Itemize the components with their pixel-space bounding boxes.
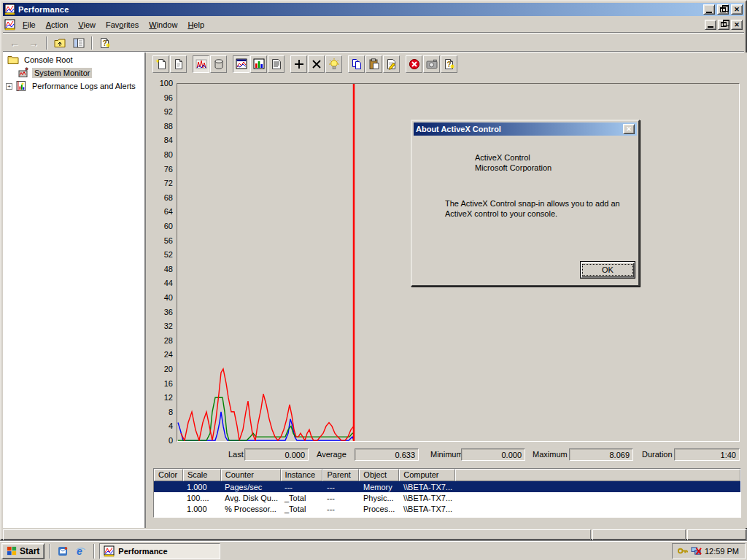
console-window-icon bbox=[4, 19, 16, 31]
tray-network-error-icon[interactable] bbox=[691, 545, 702, 556]
dialog-close-icon[interactable]: ✕ bbox=[623, 124, 635, 134]
svg-text:?: ? bbox=[446, 61, 451, 69]
legend-column-header-object[interactable]: Object bbox=[359, 469, 399, 481]
properties-button[interactable] bbox=[383, 55, 400, 73]
dialog-product-name: ActiveX Control bbox=[475, 153, 530, 162]
menu-help[interactable]: Help bbox=[182, 18, 209, 31]
windows-logo-icon bbox=[7, 545, 18, 556]
legend-cell-computer: \\BETA-TX7... bbox=[400, 505, 456, 513]
tree-item-label: Performance Logs and Alerts bbox=[30, 81, 138, 91]
legend-row[interactable]: 1.000Pages/sec------Memory\\BETA-TX7... bbox=[154, 481, 740, 492]
y-tick-label: 100 bbox=[151, 79, 173, 88]
y-tick-label: 68 bbox=[151, 193, 173, 202]
forward-button[interactable]: → bbox=[25, 35, 42, 51]
view-report-button[interactable] bbox=[268, 55, 285, 73]
maximum-value: 8.069 bbox=[569, 448, 633, 461]
y-tick-label: 80 bbox=[151, 150, 173, 159]
quick-launch-outlook-express-icon[interactable] bbox=[55, 543, 71, 559]
perfmon-task-icon bbox=[104, 545, 115, 557]
minimize-button[interactable] bbox=[703, 4, 715, 15]
tree-item-label: System Monitor bbox=[32, 68, 92, 78]
legend-cell-parent: --- bbox=[323, 494, 360, 502]
system-monitor-icon bbox=[18, 67, 29, 79]
dialog-description: The ActiveX Control snap-in allows you t… bbox=[445, 198, 629, 219]
up-one-level-button[interactable] bbox=[51, 35, 69, 51]
legend-row[interactable]: 1.000% Processor..._Total---Proces...\\B… bbox=[154, 503, 740, 514]
help-button[interactable]: ? bbox=[441, 55, 457, 73]
start-label: Start bbox=[20, 546, 39, 556]
duration-label: Duration bbox=[642, 450, 673, 459]
console-tree-pane: Console RootSystem Monitor+Performance L… bbox=[3, 52, 146, 528]
duration-value: 1:40 bbox=[674, 448, 740, 461]
dialog-titlebar[interactable]: About ActiveX Control ✕ bbox=[414, 122, 637, 136]
legend-column-header-color[interactable]: Color bbox=[154, 469, 183, 481]
y-tick-label: 60 bbox=[151, 222, 173, 230]
highlight-button[interactable] bbox=[325, 55, 342, 73]
minimum-label: Minimum bbox=[430, 450, 463, 459]
clock[interactable]: 12:59 PM bbox=[705, 547, 739, 556]
y-tick-label: 32 bbox=[151, 322, 173, 330]
help-button[interactable]: ? bbox=[96, 35, 114, 51]
dialog-title: About ActiveX Control bbox=[416, 125, 623, 133]
show-hide-console-tree-button[interactable] bbox=[70, 35, 88, 51]
quick-launch-internet-explorer-icon[interactable]: e bbox=[73, 543, 89, 559]
legend-column-header-scale[interactable]: Scale bbox=[183, 469, 221, 481]
close-button[interactable]: ✕ bbox=[731, 4, 743, 15]
tree-item-performance-logs-and-alerts[interactable]: +Performance Logs and Alerts bbox=[3, 80, 144, 92]
freeze-display-button[interactable] bbox=[406, 55, 422, 73]
tree-item-console-root[interactable]: Console Root bbox=[3, 54, 144, 66]
child-restore-button[interactable] bbox=[718, 20, 729, 30]
toolbar-separator bbox=[91, 36, 93, 50]
taskbar-performance-task[interactable]: Performance bbox=[99, 543, 220, 559]
view-log-data-button[interactable] bbox=[210, 55, 227, 73]
y-tick-label: 72 bbox=[151, 179, 173, 187]
y-tick-label: 4 bbox=[151, 421, 173, 430]
paste-counter-list-button[interactable] bbox=[365, 55, 382, 73]
last-label: Last bbox=[228, 450, 244, 459]
minimum-value: 0.000 bbox=[461, 448, 525, 461]
delete-counter-button[interactable] bbox=[308, 55, 325, 73]
window-title: Performance bbox=[18, 5, 701, 14]
legend-column-header-counter[interactable]: Counter bbox=[221, 469, 281, 481]
tree-expander-icon[interactable]: + bbox=[6, 83, 12, 90]
menu-file[interactable]: File bbox=[18, 18, 41, 31]
tray-key-icon[interactable] bbox=[677, 545, 688, 556]
perfmon-icon bbox=[4, 4, 16, 15]
status-bar bbox=[3, 529, 747, 540]
tree-item-system-monitor[interactable]: System Monitor bbox=[3, 67, 144, 79]
update-data-button[interactable] bbox=[423, 55, 440, 73]
clear-display-button[interactable] bbox=[170, 55, 187, 73]
legend-cell-object: Memory bbox=[360, 483, 400, 491]
restore-button[interactable] bbox=[717, 4, 729, 15]
view-graph-button[interactable] bbox=[233, 55, 249, 73]
view-current-activity-button[interactable] bbox=[193, 55, 209, 73]
view-histogram-button[interactable] bbox=[250, 55, 267, 73]
y-tick-label: 28 bbox=[151, 336, 173, 345]
toolbar-separator bbox=[46, 36, 47, 50]
legend-column-header-parent[interactable]: Parent bbox=[322, 469, 359, 481]
back-button[interactable]: ← bbox=[6, 35, 23, 51]
menu-action[interactable]: Action bbox=[41, 18, 74, 31]
start-button[interactable]: Start bbox=[1, 543, 44, 559]
add-counter-button[interactable] bbox=[290, 55, 307, 73]
legend-cell-instance: _Total bbox=[281, 505, 323, 513]
child-minimize-button[interactable] bbox=[705, 20, 716, 30]
child-close-button[interactable]: ✕ bbox=[731, 20, 743, 30]
y-tick-label: 44 bbox=[151, 279, 173, 287]
copy-properties-button[interactable] bbox=[348, 55, 365, 73]
new-counter-set-button[interactable] bbox=[152, 55, 169, 73]
perf-logs-icon bbox=[15, 80, 27, 92]
menu-view[interactable]: View bbox=[73, 18, 101, 31]
legend-cell-counter: % Processor... bbox=[221, 505, 281, 513]
menu-window[interactable]: Window bbox=[144, 18, 182, 31]
menu-favorites[interactable]: Favorites bbox=[101, 18, 144, 31]
window-titlebar[interactable]: Performance ✕ bbox=[3, 3, 744, 16]
legend-column-header-instance[interactable]: Instance bbox=[281, 469, 323, 481]
ok-button[interactable]: OK bbox=[580, 261, 635, 279]
about-activex-dialog: About ActiveX Control ✕ ActiveX Control … bbox=[411, 120, 640, 287]
status-section-2 bbox=[592, 529, 686, 540]
legend-column-header-computer[interactable]: Computer bbox=[399, 469, 455, 481]
legend-row[interactable]: 100....Avg. Disk Qu..._Total---Physic...… bbox=[154, 492, 740, 503]
sysmon-toolbar: ? bbox=[152, 55, 458, 74]
legend-column-header-filler[interactable] bbox=[455, 469, 740, 481]
